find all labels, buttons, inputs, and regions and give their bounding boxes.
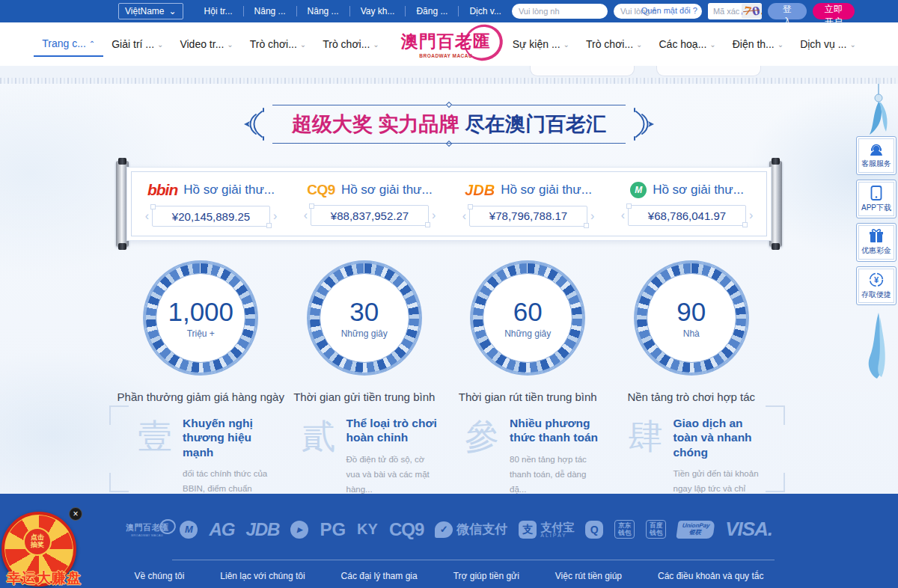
nav-item-entertainment[interactable]: Giải trí ... ⌄ [103,31,171,57]
nav-item-games-1[interactable]: Trò chơi... ⌄ [242,31,315,57]
nav-item-label: Video tr... [180,38,224,50]
jackpot-item-cq9[interactable]: CQ9 Hồ sơ giải thư... ‹ ¥88,837,952.27 › [290,172,449,236]
footer-link-deposit-help[interactable]: Trợ giúp tiền gửi [453,571,519,581]
feature-title: Nhiều phương thức thanh toán [510,416,603,445]
register-button[interactable]: 立即开户 [813,3,855,19]
close-icon[interactable]: × [69,507,82,521]
topbar: ViệtName ⌄ Hội tr... Nâng ... Nâng ... V… [0,0,898,22]
feature-title: Giao dịch an toàn và nhanh chóng [674,416,767,459]
jdb-logo: JDB [245,519,279,540]
ag-logo: AG [209,519,234,540]
alipay-logo: 支 支付宝 ALIPAY [519,521,574,539]
promo-banner: 超级大奖 实力品牌 尽在澳门百老汇 [239,102,659,147]
footer-link-about[interactable]: Về chúng tôi [135,571,185,581]
nav-item-label: Trang c... [42,37,86,49]
visa-logo: VISA. [725,518,772,541]
corner-ornament-icon [109,405,129,425]
nav-item-events[interactable]: Sự kiện ... ⌄ [504,31,578,57]
jackpot-item-bbin[interactable]: bbin Hồ sơ giải thư... ‹ ¥20,145,889.25 … [132,172,290,236]
topbar-link-dang[interactable]: Đăng ... [405,6,458,16]
headset-icon [869,143,884,156]
logo-text: UnionPay [682,522,710,529]
language-label: ViệtName [125,6,164,16]
jd-wallet-logo: 京东钱包 [614,520,635,539]
jackpot-frame: bbin Hồ sơ giải thư... ‹ ¥20,145,889.25 … [131,171,767,236]
nav-item-games-3[interactable]: Trò chơi... ⌄ [578,31,651,57]
jackpot-label: Hồ sơ giải thư... [501,183,592,197]
corner-ornament-icon [109,473,129,492]
feature-brand: 壹 Khuyến nghị thương hiệu mạnh đối tác c… [120,413,284,488]
cq9-logo: CQ9 [307,182,335,198]
language-select[interactable]: ViệtName ⌄ [118,3,183,19]
chevron-up-icon: ⌃ [89,40,95,48]
broadway-macau-logo: 澳門百老匯 BROADWAY MACAU [126,522,169,537]
svg-text:¥: ¥ [874,275,879,284]
footer-link-contact[interactable]: Liên lạc với chúng tôi [220,571,305,581]
nav-item-label: Trò chơi... [250,38,297,50]
ornament-left-icon: ‹ [145,209,149,223]
sidebar-button-label: 优惠彩金 [861,245,891,256]
footer-link-withdraw-help[interactable]: Việc rút tiền giúp [555,571,622,581]
flourish-left-icon [239,107,265,141]
corner-ornament-icon [766,473,785,492]
wheel-spin-label: 抽奖 [31,542,44,549]
topbar-link-hoi-tro[interactable]: Hội tr... [194,6,243,16]
wechat-icon: ✓ [435,521,453,538]
stat-caption: Nền tảng trò chơi hợp tác [627,391,755,403]
wheel-ad-title: 幸运大赚盘 [0,569,88,588]
wheel-spin-button[interactable]: 点击 抽奖 [23,527,52,556]
nav-item-promotions[interactable]: Các hoạ... ⌄ [651,31,724,57]
jackpot-label: Hồ sơ giải thư... [183,183,275,197]
chevron-down-icon: ⌄ [778,40,784,49]
nav-item-games-2[interactable]: Trò chơi... ⌄ [314,31,388,57]
footer-links: Về chúng tôi Liên lạc với chúng tôi Các … [0,571,898,581]
password-wrap: Quên mật đổi ? [614,4,702,19]
yen-circle-icon: ¥ [869,272,884,287]
gift-icon [869,229,884,243]
stat-caption: Thời gian gửi tiền trung bình [293,391,435,403]
logo-text: 钱包 [650,529,662,536]
sidebar-deposit-button[interactable]: ¥ 存取便捷 [856,266,897,305]
forgot-password-link[interactable]: Quên mật đổi ? [641,6,697,15]
seal-four-icon: 肆 [629,416,663,488]
site-logo[interactable]: 澳門百老匯 BROADWAY MACAU [401,30,491,58]
stat-caption: Phần thưởng giảm giá hàng ngày [117,391,284,403]
footer-link-terms[interactable]: Các điều khoản và quy tắc [658,571,763,581]
sidebar-app-download-button[interactable]: APP下载 [856,180,897,218]
jackpot-item-mw[interactable]: M Hồ sơ giải thư... ‹ ¥68,786,041.97 › [608,172,766,236]
jackpot-item-jdb[interactable]: JDB Hồ sơ giải thư... ‹ ¥78,796,788.17 › [449,172,608,236]
nav-item-video[interactable]: Video tr... ⌄ [171,31,241,57]
logo-text: KY [357,521,378,538]
sidebar-customer-service-button[interactable]: 客服服务 [856,136,897,175]
corner-ornament-icon [766,405,785,425]
flourish-right-icon [633,107,659,141]
topbar-link-dich-vu[interactable]: Dịch v... [458,6,511,16]
nav-item-home[interactable]: Trang c... ⌃ [34,31,103,57]
logo-text: VISA. [725,518,772,541]
nav-item-label: Trò chơi... [323,38,370,50]
nav-item-services[interactable]: Dịch vụ ... ⌄ [792,31,864,57]
captcha-field[interactable]: Mã xác 2 7 0 3 [708,3,762,19]
captcha-image[interactable]: 2 7 0 3 [742,4,761,19]
nav-item-mobile[interactable]: Điện th... ⌄ [724,31,792,57]
logo-text: ALIPAY [540,533,574,538]
feather-ornament-icon [861,313,894,380]
play-icon: ▶ [290,521,308,539]
topbar-link-vay[interactable]: Vay kh... [349,6,406,16]
chevron-down-icon: ⌄ [157,40,163,49]
username-input[interactable] [512,4,608,19]
footer-link-agents[interactable]: Các đại lý tham gia [341,571,418,581]
sidebar-promotions-button[interactable]: 优惠彩金 [856,223,897,262]
ornament-right-icon: › [273,209,277,223]
footer-divider [172,560,775,560]
mw-gaming-logo: M [180,521,198,539]
login-button[interactable]: 登入 [768,3,807,19]
ornament-left-icon: ‹ [621,209,625,222]
porcelain-ring-icon: 60 Những giây [471,262,584,374]
lucky-wheel-ad[interactable]: 点击 抽奖 幸运大赚盘 × [0,504,88,588]
qq-wallet-logo: Q [585,521,603,539]
feature-payments: 參 Nhiều phương thức thanh toán 80 nền tả… [447,413,611,488]
logo-text: CQ9 [389,519,424,540]
topbar-link-nang-2[interactable]: Nâng ... [296,6,349,16]
topbar-link-nang-1[interactable]: Nâng ... [243,6,296,16]
